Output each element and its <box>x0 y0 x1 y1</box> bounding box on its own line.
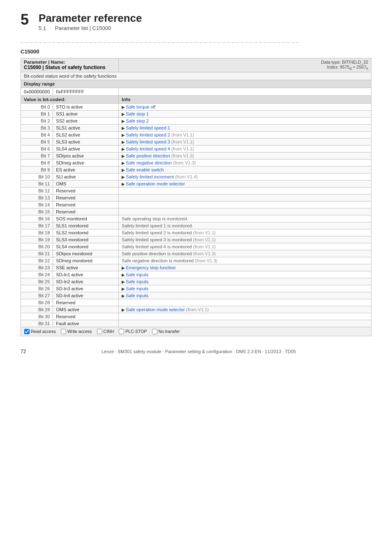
bit-name: SD-In1 active <box>53 271 119 278</box>
bit-info[interactable]: ▶ Safe enable switch <box>119 166 371 173</box>
bit-info[interactable]: ▶ Safely limited increment (from V1.4) <box>119 173 371 180</box>
table-row: Bit 0STO is active▶ Safe torque off <box>21 103 371 110</box>
bit-name: SLS3 monitored <box>53 236 119 243</box>
range-from: 0x00000000 <box>21 88 53 95</box>
info-label: Info <box>119 95 371 103</box>
footer-row: Read accessWrite accessCINHPLC-STOPNo tr… <box>21 327 371 336</box>
bit-info[interactable]: ▶ Safe inputs <box>119 292 371 299</box>
bit-coded-info-header: Value is bit-coded: Info <box>21 95 371 103</box>
footer-checkbox-item: Write access <box>61 329 92 334</box>
bit-name: SLI active <box>53 173 119 180</box>
bit-name: Reserved <box>53 208 119 215</box>
bit-info[interactable]: ▶ Emergency stop function <box>119 264 371 271</box>
bit-name: SLS4 monitored <box>53 243 119 250</box>
bit-link[interactable]: Safe inputs <box>126 286 148 291</box>
bit-link[interactable]: Safely limited speed 3 <box>126 139 170 144</box>
bit-info[interactable]: ▶ Safe stop 1 <box>119 110 371 117</box>
display-range-header: Display range <box>21 80 371 88</box>
footer-checkbox[interactable] <box>24 329 30 334</box>
bit-link[interactable]: Safely limited speed 4 <box>126 146 170 151</box>
bit-link[interactable]: Safely limited speed 2 <box>126 132 170 137</box>
arrow-icon: ▶ <box>122 280 125 284</box>
chapter-title: Parameter reference <box>39 12 142 24</box>
bit-info-extra: (from V1.3) <box>172 160 196 165</box>
bit-number: Bit 26 <box>21 285 53 292</box>
bit-info[interactable]: ▶ Safe positive direction (from V1.3) <box>119 152 371 159</box>
bit-info[interactable]: ▶ Safe stop 2 <box>119 117 371 124</box>
bit-info-extra: (from V1.3) <box>194 258 217 263</box>
bit-link[interactable]: Safe inputs <box>126 293 148 298</box>
param-name: C15000 | Status of safety functions <box>24 65 115 70</box>
bit-info <box>119 194 371 201</box>
bit-number: Bit 13 <box>21 194 53 201</box>
bit-info[interactable]: ▶ Safe inputs <box>119 285 371 292</box>
arrow-icon: ▶ <box>122 140 125 144</box>
bit-number: Bit 4 <box>21 131 53 138</box>
table-row: Bit 16SOS monitoredSafe operating stop i… <box>21 215 371 222</box>
bit-number: Bit 15 <box>21 208 53 215</box>
chapter-title-block: Parameter reference 5.1 Parameter list |… <box>39 12 142 31</box>
bit-number: Bit 10 <box>21 173 53 180</box>
bit-number: Bit 9 <box>21 166 53 173</box>
table-row: Bit 7SDIpos active▶ Safe positive direct… <box>21 152 371 159</box>
bit-link[interactable]: Safe negative direction <box>126 160 172 165</box>
bit-link[interactable]: Emergency stop function <box>126 265 175 270</box>
bit-info-extra: (from V1.3) <box>170 153 194 158</box>
bit-name: ES active <box>53 166 119 173</box>
footer-checkbox[interactable] <box>152 329 157 334</box>
bit-link[interactable]: Safe operation mode selector <box>126 181 185 186</box>
bit-link[interactable]: Safe torque off <box>126 104 155 109</box>
bit-name: SDIpos active <box>53 152 119 159</box>
bit-link[interactable]: Safe positive direction <box>126 153 170 158</box>
display-range-values: 0x00000000 0xFFFFFFFF <box>21 88 371 95</box>
bit-info[interactable]: ▶ Safely limited speed 2 (from V1.1) <box>119 131 371 138</box>
bit-name: SOS monitored <box>53 215 119 222</box>
bit-name: SLS2 active <box>53 131 119 138</box>
table-row: Bit 19SLS3 monitoredSafely limited speed… <box>21 236 371 243</box>
bit-link[interactable]: Safe inputs <box>126 272 148 277</box>
footer-checkbox[interactable] <box>97 329 102 334</box>
footer-checkbox[interactable] <box>61 329 66 334</box>
arrow-icon: ▶ <box>122 287 125 291</box>
bit-link[interactable]: Safely limited increment <box>126 174 174 179</box>
bit-link[interactable]: Safe stop 2 <box>126 118 149 123</box>
bit-info[interactable]: ▶ Safe torque off <box>119 103 371 110</box>
index-label: Index: 9575d = 2567h <box>327 65 368 69</box>
bit-info: Safely limited speed 3 is monitored (fro… <box>119 236 371 243</box>
table-row: Bit 31Fault active <box>21 320 371 327</box>
bit-info[interactable]: ▶ Safely limited speed 4 (from V1.1) <box>119 145 371 152</box>
arrow-icon: ▶ <box>122 147 125 151</box>
bit-number: Bit 12 <box>21 187 53 194</box>
footer-checkbox-item: CINH <box>97 329 114 334</box>
bit-info[interactable]: ▶ Safe operation mode selector (from V1.… <box>119 306 371 313</box>
bit-name: Reserved <box>53 299 119 306</box>
bit-number: Bit 16 <box>21 215 53 222</box>
table-row: Bit 22SDIneg monitoredSafe negative dire… <box>21 257 371 264</box>
bit-info-extra: (from V1.1) <box>170 146 194 151</box>
bit-link[interactable]: Safely limited speed 1 <box>126 125 170 130</box>
bit-name: SDIpos monitored <box>53 250 119 257</box>
bit-name: Reserved <box>53 201 119 208</box>
bit-info[interactable]: ▶ Safe inputs <box>119 278 371 285</box>
bit-link[interactable]: Safe enable switch <box>126 167 164 172</box>
bit-info <box>119 187 371 194</box>
footer-checkbox[interactable] <box>119 329 124 334</box>
bit-name: SLS3 active <box>53 138 119 145</box>
bit-info[interactable]: ▶ Safe operation mode selector <box>119 180 371 187</box>
table-row: Bit 15Reserved <box>21 208 371 215</box>
bit-info[interactable]: ▶ Safely limited speed 1 <box>119 124 371 131</box>
bit-link[interactable]: Safe inputs <box>126 279 148 284</box>
bit-link[interactable]: Safe operation mode selector <box>126 307 185 312</box>
footer-checkbox-item: No transfer <box>152 329 180 334</box>
parameter-table: Parameter | Name: C15000 | Status of saf… <box>21 58 371 336</box>
bit-info[interactable]: ▶ Safe negative direction (from V1.3) <box>119 159 371 166</box>
table-row: Bit 24SD-In1 active▶ Safe inputs <box>21 271 371 278</box>
bit-link[interactable]: Safe stop 1 <box>126 111 149 116</box>
table-row: Bit 2SS2 active▶ Safe stop 2 <box>21 117 371 124</box>
bit-name: SS2 active <box>53 117 119 124</box>
bit-info[interactable]: ▶ Safe inputs <box>119 271 371 278</box>
bit-number: Bit 23 <box>21 264 53 271</box>
bit-info: Safe negative direction is monitored (fr… <box>119 257 371 264</box>
bit-number: Bit 20 <box>21 243 53 250</box>
bit-info[interactable]: ▶ Safely limited speed 3 (from V1.1) <box>119 138 371 145</box>
